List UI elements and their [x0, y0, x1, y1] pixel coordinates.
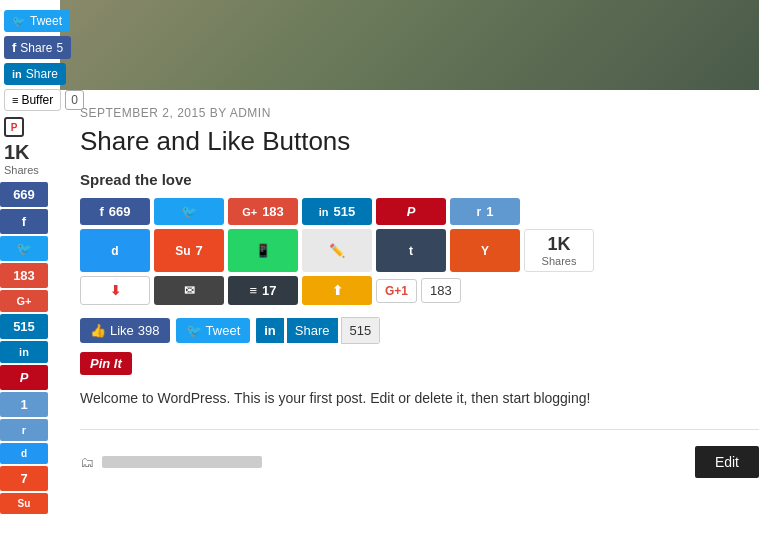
- sidebar-fb-count-num: 669: [13, 187, 35, 202]
- pinterest-share-button[interactable]: P: [376, 198, 446, 225]
- sidebar-fb-count: 5: [56, 41, 63, 55]
- twitter-icon: 🐦: [181, 204, 197, 219]
- more-share-button[interactable]: ⬆: [302, 276, 372, 305]
- action-row: 👍 Like 398 🐦 Tweet in Share 515: [80, 317, 759, 344]
- sidebar-buffer-button[interactable]: ≡ Buffer: [4, 89, 61, 111]
- sidebar-facebook-count-btn[interactable]: 669: [0, 182, 48, 207]
- facebook-f-icon: f: [22, 214, 26, 229]
- share-row-3: ⬇ ✉ ≡ 17 ⬆ G+1 183: [80, 276, 759, 305]
- share-row-1: f 669 🐦 G+ 183 in 515 P r: [80, 198, 759, 225]
- gplus-share-count: 183: [262, 204, 284, 219]
- sidebar-tweet-button[interactable]: 🐦 Tweet: [4, 10, 70, 32]
- hero-image: [60, 0, 759, 90]
- share-total-label: Shares: [542, 255, 577, 267]
- post-title: Share and Like Buttons: [80, 126, 759, 157]
- gplus-share-button[interactable]: G+ 183: [228, 198, 298, 225]
- buffer-share-count: 17: [262, 283, 276, 298]
- sidebar-pocket-button[interactable]: P: [4, 117, 24, 137]
- digg-icon: d: [21, 448, 27, 459]
- linkedin-share-button[interactable]: in 515: [302, 198, 372, 225]
- sidebar-linkedin-count-btn[interactable]: 515: [0, 314, 48, 339]
- twitter-bird-icon: 🐦: [16, 241, 32, 256]
- twitter-icon2: 🐦: [186, 323, 202, 338]
- pinterest-icon: P: [407, 204, 416, 219]
- sidebar-linkedin-icon-btn[interactable]: in: [0, 341, 48, 363]
- tumblr-share-button[interactable]: t: [376, 229, 446, 272]
- tweet-label: Tweet: [206, 323, 241, 338]
- share-buttons-area: f 669 🐦 G+ 183 in 515 P r: [80, 198, 759, 305]
- post-body: Welcome to WordPress. This is your first…: [80, 387, 759, 409]
- share-total-count: 1K: [547, 234, 570, 255]
- gplus-plus1-label: G+1: [385, 284, 408, 298]
- sidebar-li-share-button[interactable]: in Share: [4, 63, 66, 85]
- sidebar-total-count: 1K: [4, 141, 39, 164]
- pocket-share-button[interactable]: ⬇: [80, 276, 150, 305]
- pencil-icon: ✏️: [329, 243, 345, 258]
- pin-it-button[interactable]: Pin It: [80, 352, 132, 375]
- linkedin-in-icon2: in: [256, 318, 284, 343]
- sidebar-buffer-label: Buffer: [21, 93, 53, 107]
- facebook-icon: f: [12, 40, 16, 55]
- sidebar-li-label: Share: [26, 67, 58, 81]
- whatsapp-share-button[interactable]: 📱: [228, 229, 298, 272]
- gplus-icon: G+: [242, 206, 257, 218]
- sidebar-gplus-count-btn[interactable]: 183: [0, 263, 48, 288]
- main-content: SEPTEMBER 2, 2015 BY ADMIN Share and Lik…: [60, 0, 779, 549]
- sidebar-pinterest-icon-btn[interactable]: P: [0, 365, 48, 390]
- linkedin-share-group[interactable]: in Share 515: [256, 317, 380, 344]
- whatsapp-icon: 📱: [255, 243, 271, 258]
- digg-icon: d: [111, 244, 118, 258]
- yummly-share-button[interactable]: Y: [450, 229, 520, 272]
- reddit-icon: r: [22, 424, 26, 436]
- post-footer: 🗂 Edit: [80, 446, 759, 478]
- thumbs-up-icon: 👍: [90, 323, 106, 338]
- buffer-icon: ≡: [249, 283, 257, 298]
- gplus-plusone-button[interactable]: G+1: [376, 279, 417, 303]
- sidebar-reddit-count-btn[interactable]: 1: [0, 392, 48, 417]
- linkedin-share-count: 515: [334, 204, 356, 219]
- edit-label: Edit: [715, 454, 739, 470]
- sidebar-stumble-icon-btn[interactable]: Su: [0, 493, 48, 514]
- reddit-share-count: 1: [486, 204, 493, 219]
- twitter-share-button[interactable]: 🐦: [154, 198, 224, 225]
- sidebar-reddit-icon-btn[interactable]: r: [0, 419, 48, 441]
- tumblr-icon: t: [409, 244, 413, 258]
- edit-button[interactable]: Edit: [695, 446, 759, 478]
- sidebar-gplus-icon-btn[interactable]: G+: [0, 290, 48, 312]
- pencil-share-button[interactable]: ✏️: [302, 229, 372, 272]
- linkedin-share-count2: 515: [341, 317, 381, 344]
- facebook-share-button[interactable]: f 669: [80, 198, 150, 225]
- email-share-button[interactable]: ✉: [154, 276, 224, 305]
- sidebar-linkedin-count-num: 515: [13, 319, 35, 334]
- post-meta: SEPTEMBER 2, 2015 BY ADMIN: [80, 106, 759, 120]
- sidebar-stumble-count-btn[interactable]: 7: [0, 466, 48, 491]
- reddit-icon: r: [477, 205, 482, 219]
- linkedin-icon: in: [319, 206, 329, 218]
- sidebar-twitter-icon-btn[interactable]: 🐦: [0, 236, 48, 261]
- sidebar-fb-share-button[interactable]: f Share 5: [4, 36, 71, 59]
- facebook-share-count: 669: [109, 204, 131, 219]
- buffer-share-button[interactable]: ≡ 17: [228, 276, 298, 305]
- gplus-icon: G+: [17, 295, 32, 307]
- twitter-icon: 🐦: [12, 15, 26, 28]
- sidebar-facebook-icon-btn[interactable]: f: [0, 209, 48, 234]
- stumble-share-button[interactable]: Su 7: [154, 229, 224, 272]
- yummly-icon: Y: [481, 244, 489, 258]
- sidebar-reddit-count-num: 1: [20, 397, 27, 412]
- spread-the-love-label: Spread the love: [80, 171, 759, 188]
- sidebar-digg-icon-btn[interactable]: d: [0, 443, 48, 464]
- sidebar-buffer-count: 0: [65, 90, 84, 110]
- reddit-share-button[interactable]: r 1: [450, 198, 520, 225]
- sidebar-gplus-count-num: 183: [13, 268, 35, 283]
- facebook-like-button[interactable]: 👍 Like 398: [80, 318, 170, 343]
- gplus-count-block: G+1 183: [376, 276, 461, 305]
- post-divider: [80, 429, 759, 430]
- pocket-icon: ⬇: [110, 283, 121, 298]
- sidebar-total: 1K Shares: [4, 141, 39, 176]
- footer-left: 🗂: [80, 454, 262, 470]
- facebook-f-icon: f: [99, 204, 103, 219]
- linkedin-share-label: Share: [287, 318, 338, 343]
- facebook-like-count: 398: [138, 323, 160, 338]
- digg-share-button[interactable]: d: [80, 229, 150, 272]
- tweet-button[interactable]: 🐦 Tweet: [176, 318, 251, 343]
